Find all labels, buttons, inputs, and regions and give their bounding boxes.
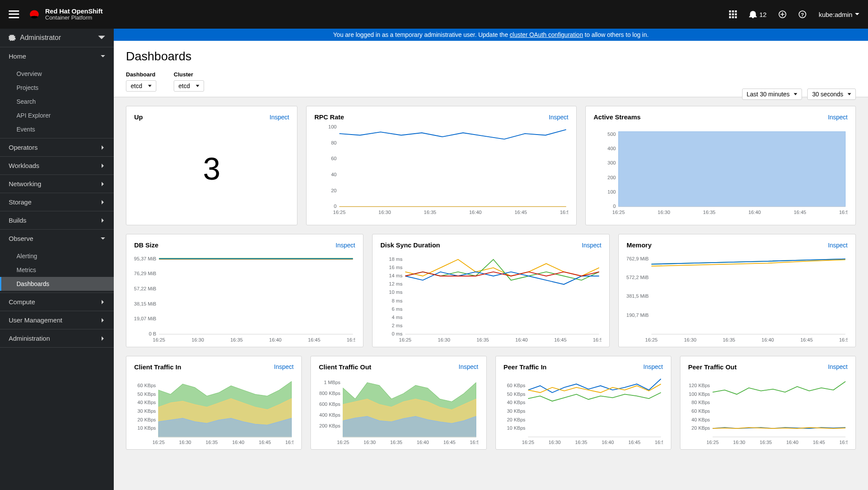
panel-streams-inspect[interactable]: Inspect: [828, 114, 848, 121]
svg-text:40 KBps: 40 KBps: [138, 400, 156, 405]
svg-text:400 KBps: 400 KBps: [320, 412, 341, 418]
svg-text:100: 100: [328, 125, 337, 129]
username: kube:admin: [818, 11, 852, 18]
sidebar-item-metrics[interactable]: Metrics: [0, 263, 114, 277]
sidebar-item-api-explorer[interactable]: API Explorer: [0, 109, 114, 122]
panel-cout-inspect[interactable]: Inspect: [459, 363, 478, 370]
svg-text:16:35: 16:35: [477, 337, 489, 342]
sidebar-group-storage[interactable]: Storage: [0, 193, 114, 211]
svg-text:16:40: 16:40: [515, 337, 528, 342]
cluster-dropdown[interactable]: etcd: [174, 80, 204, 92]
notifications-button[interactable]: 12: [749, 10, 767, 18]
sidebar-group-operators[interactable]: Operators: [0, 138, 114, 156]
svg-text:16:25: 16:25: [333, 210, 346, 215]
svg-text:16:45: 16:45: [800, 337, 813, 342]
sidebar-group-administration[interactable]: Administration: [0, 329, 114, 347]
svg-text:38,15 MiB: 38,15 MiB: [134, 301, 156, 306]
svg-text:0 B: 0 B: [149, 331, 156, 336]
sidebar-item-alerting[interactable]: Alerting: [0, 249, 114, 263]
svg-text:16:35: 16:35: [723, 337, 736, 342]
svg-text:14 ms: 14 ms: [389, 273, 403, 278]
page-title: Dashboards: [126, 49, 856, 63]
svg-text:16:30: 16:30: [379, 210, 391, 215]
panel-client-in: Client Traffic In Inspect 10 KBps20 KBps…: [126, 356, 302, 450]
svg-text:16:50: 16:50: [655, 440, 663, 445]
svg-text:16:35: 16:35: [575, 440, 587, 445]
sidebar-group-user-management[interactable]: User Management: [0, 311, 114, 329]
svg-text:16:40: 16:40: [269, 337, 282, 342]
help-icon[interactable]: ?: [799, 10, 806, 18]
db-chart: 0 B19,07 MiB38,15 MiB57,22 MiB76,29 MiB9…: [134, 253, 355, 343]
panel-db-size: DB Size Inspect 0 B19,07 MiB38,15 MiB57,…: [126, 234, 363, 347]
svg-text:16:45: 16:45: [259, 440, 271, 445]
content-area: You are logged in as a temporary adminis…: [114, 29, 868, 490]
topbar: Red Hat OpenShift Container Platform 12 …: [0, 0, 868, 29]
svg-text:16:25: 16:25: [399, 337, 412, 342]
svg-text:120 KBps: 120 KBps: [689, 383, 710, 388]
svg-text:500: 500: [607, 132, 616, 137]
refresh-dropdown[interactable]: 30 seconds: [807, 89, 856, 100]
svg-text:20 KBps: 20 KBps: [138, 417, 156, 422]
sidebar-group-networking[interactable]: Networking: [0, 175, 114, 193]
svg-text:16 ms: 16 ms: [389, 265, 403, 270]
sidebar-group-home[interactable]: Home: [0, 47, 114, 65]
sidebar-group-builds[interactable]: Builds: [0, 211, 114, 229]
svg-text:18 ms: 18 ms: [389, 257, 403, 262]
svg-text:60: 60: [331, 156, 337, 161]
sidebar-item-projects[interactable]: Projects: [0, 81, 114, 95]
svg-text:50 KBps: 50 KBps: [138, 391, 156, 396]
svg-text:16:50: 16:50: [347, 337, 355, 342]
panel-up-inspect[interactable]: Inspect: [270, 114, 289, 121]
svg-rect-3: [729, 13, 731, 16]
dashboard-dropdown[interactable]: etcd: [126, 80, 156, 92]
brand-line1: Red Hat: [45, 7, 70, 15]
svg-text:6 ms: 6 ms: [392, 306, 403, 312]
panel-pin-inspect[interactable]: Inspect: [644, 363, 663, 370]
svg-rect-1: [732, 10, 734, 13]
panel-memory-inspect[interactable]: Inspect: [828, 242, 848, 249]
panel-peer-out: Peer Traffic Out Inspect 20 KBps40 KBps6…: [680, 356, 856, 450]
svg-text:4 ms: 4 ms: [392, 315, 403, 320]
svg-text:40: 40: [331, 172, 337, 177]
panel-pin-title: Peer Traffic In: [504, 363, 547, 371]
svg-text:16:35: 16:35: [390, 440, 403, 445]
apps-icon[interactable]: [729, 10, 737, 18]
plus-circle-icon[interactable]: [779, 10, 786, 18]
svg-text:16:30: 16:30: [733, 440, 745, 445]
panel-rpc-inspect[interactable]: Inspect: [549, 114, 568, 121]
sidebar-group-workloads[interactable]: Workloads: [0, 157, 114, 174]
sidebar-item-search[interactable]: Search: [0, 95, 114, 109]
svg-text:30 KBps: 30 KBps: [138, 408, 156, 414]
svg-text:2 ms: 2 ms: [392, 323, 403, 328]
perspective-switcher[interactable]: Administrator: [0, 29, 114, 47]
sidebar-item-events[interactable]: Events: [0, 122, 114, 136]
svg-text:19,07 MiB: 19,07 MiB: [134, 316, 156, 321]
banner-link[interactable]: cluster OAuth configuration: [510, 31, 583, 38]
svg-text:16:40: 16:40: [601, 440, 614, 445]
menu-toggle[interactable]: [9, 10, 19, 18]
svg-text:16:50: 16:50: [593, 337, 601, 342]
refresh-value: 30 seconds: [812, 91, 843, 98]
sidebar-item-dashboards[interactable]: Dashboards: [0, 277, 114, 291]
panel-rpc-rate: RPC Rate Inspect 02040608010016:2516:301…: [306, 106, 577, 225]
panel-cin-inspect[interactable]: Inspect: [274, 363, 294, 370]
pout-chart: 20 KBps40 KBps60 KBps80 KBps100 KBps120 …: [688, 375, 848, 446]
sidebar-group-observe[interactable]: Observe: [0, 230, 114, 247]
user-menu[interactable]: kube:admin: [818, 11, 859, 18]
topbar-left: Red Hat OpenShift Container Platform: [9, 8, 103, 21]
svg-text:16:40: 16:40: [232, 440, 244, 445]
svg-text:16:45: 16:45: [794, 210, 806, 215]
panel-disk-inspect[interactable]: Inspect: [582, 242, 601, 249]
svg-text:16:25: 16:25: [153, 337, 165, 342]
sidebar-item-overview[interactable]: Overview: [0, 67, 114, 81]
svg-text:16:50: 16:50: [839, 440, 848, 445]
svg-text:60 KBps: 60 KBps: [691, 408, 710, 414]
svg-text:16:40: 16:40: [762, 337, 774, 342]
svg-text:16:30: 16:30: [364, 440, 376, 445]
svg-text:16:50: 16:50: [839, 210, 848, 215]
panel-pout-inspect[interactable]: Inspect: [828, 363, 848, 370]
panel-db-inspect[interactable]: Inspect: [336, 242, 355, 249]
sidebar-group-compute[interactable]: Compute: [0, 293, 114, 311]
dashboard-selector-label: Dashboard: [126, 71, 156, 78]
time-range-dropdown[interactable]: Last 30 minutes: [742, 89, 802, 100]
